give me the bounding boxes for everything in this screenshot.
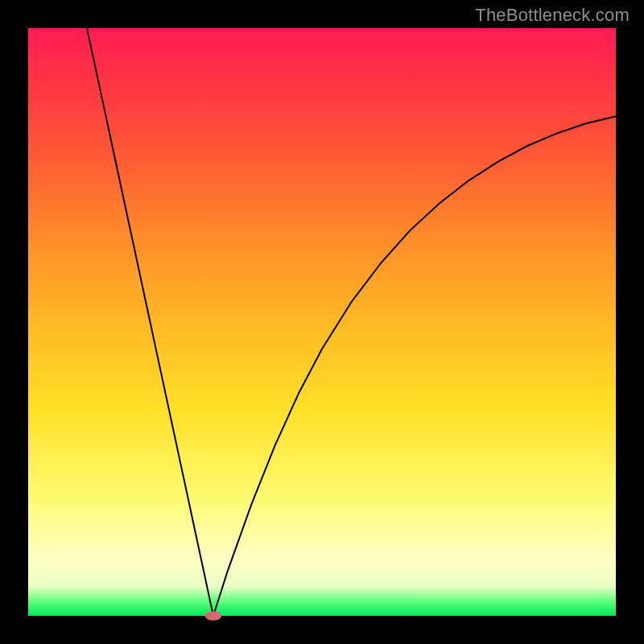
chart-frame: TheBottleneck.com <box>0 0 644 644</box>
plot-area <box>28 28 616 616</box>
chart-svg <box>28 28 616 616</box>
curve-left-branch <box>87 28 213 616</box>
minimum-marker <box>205 611 221 621</box>
watermark-text: TheBottleneck.com <box>475 5 630 26</box>
curve-right-branch <box>213 117 616 617</box>
